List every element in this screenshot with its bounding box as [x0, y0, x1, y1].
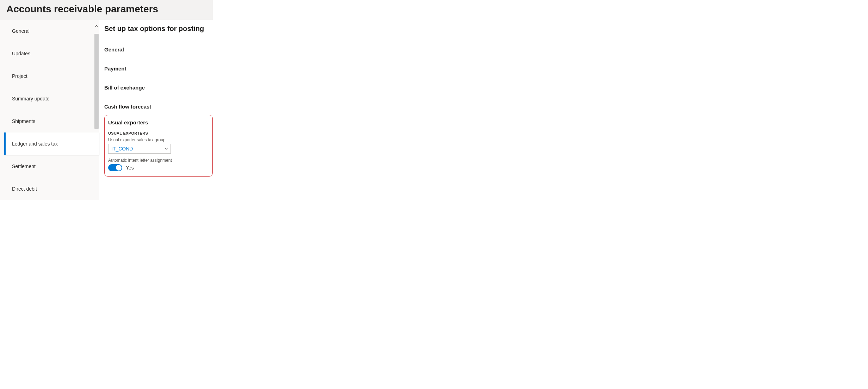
- toggle-auto-intent[interactable]: [108, 164, 122, 171]
- section-label: Cash flow forecast: [104, 104, 151, 110]
- section-general[interactable]: General: [104, 40, 213, 59]
- toggle-value: Yes: [126, 165, 134, 171]
- content-pane: Set up tax options for posting General P…: [99, 20, 213, 200]
- sidebar-item-general[interactable]: General: [4, 20, 99, 42]
- section-label: Usual exporters: [108, 119, 148, 125]
- section-usual-exporters[interactable]: Usual exporters: [108, 119, 209, 131]
- sidebar-scrollbar[interactable]: [94, 23, 99, 200]
- section-label: Bill of exchange: [104, 85, 145, 91]
- section-label: General: [104, 47, 124, 53]
- chevron-up-icon: [95, 24, 98, 28]
- section-cash-flow-forecast[interactable]: Cash flow forecast: [104, 97, 213, 116]
- group-header-usual-exporters: USUAL EXPORTERS: [108, 131, 209, 135]
- sidebar-item-label: Shipments: [12, 118, 35, 124]
- chevron-down-icon: [164, 147, 168, 151]
- section-bill-of-exchange[interactable]: Bill of exchange: [104, 78, 213, 97]
- page-title: Accounts receivable parameters: [6, 4, 206, 15]
- app-frame: Accounts receivable parameters General U…: [0, 0, 213, 200]
- sidebar-item-label: Settlement: [12, 163, 36, 169]
- sidebar-item-direct-debit[interactable]: Direct debit: [4, 178, 99, 200]
- sidebar-item-label: Direct debit: [12, 186, 37, 192]
- content-title: Set up tax options for posting: [104, 25, 213, 33]
- scroll-up-button[interactable]: [94, 23, 99, 29]
- section-payment[interactable]: Payment: [104, 59, 213, 78]
- sidebar: General Updates Project Summary update S…: [0, 20, 99, 200]
- dropdown-value: IT_COND: [111, 146, 133, 152]
- usual-exporters-highlight: Usual exporters USUAL EXPORTERS Usual ex…: [104, 115, 213, 177]
- page-header: Accounts receivable parameters: [0, 0, 213, 20]
- dropdown-tax-group[interactable]: IT_COND: [108, 144, 171, 154]
- sidebar-item-label: General: [12, 28, 30, 34]
- sidebar-item-ledger-sales-tax[interactable]: Ledger and sales tax: [4, 132, 99, 155]
- sidebar-item-label: Summary update: [12, 96, 50, 101]
- sidebar-item-label: Ledger and sales tax: [12, 141, 58, 147]
- sidebar-item-summary-update[interactable]: Summary update: [4, 87, 99, 110]
- label-tax-group: Usual exporter sales tax group: [108, 137, 209, 142]
- sidebar-item-label: Updates: [12, 51, 30, 56]
- sidebar-item-project[interactable]: Project: [4, 65, 99, 87]
- sidebar-item-shipments[interactable]: Shipments: [4, 110, 99, 132]
- label-auto-intent: Automatic intent letter assignment: [108, 158, 209, 163]
- section-label: Payment: [104, 66, 126, 72]
- sidebar-item-settlement[interactable]: Settlement: [4, 155, 99, 178]
- sidebar-item-updates[interactable]: Updates: [4, 42, 99, 65]
- scroll-thumb[interactable]: [94, 34, 99, 129]
- sidebar-item-label: Project: [12, 73, 27, 79]
- toggle-row-auto-intent: Yes: [108, 164, 209, 171]
- page-body: General Updates Project Summary update S…: [0, 20, 213, 200]
